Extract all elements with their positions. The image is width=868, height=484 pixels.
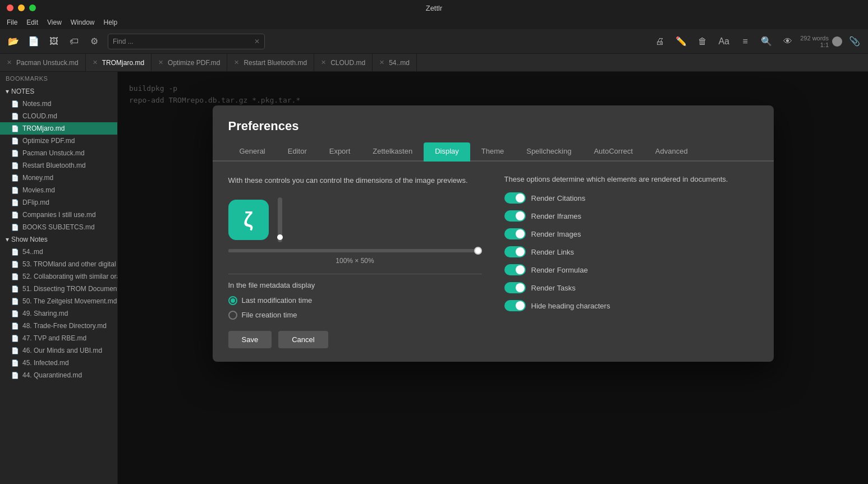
tab-close-pacman[interactable]: ✕ [7,59,12,66]
left-description: With these controls you can control the … [228,175,482,186]
search-doc-icon[interactable]: 🔍 [757,33,775,50]
notes-section-header[interactable]: ▾ NOTES [0,85,117,98]
save-button[interactable]: Save [228,331,272,348]
edit-icon[interactable]: ✏️ [672,33,690,50]
attach-icon[interactable]: 📎 [846,33,864,50]
tab-advanced[interactable]: Advanced [644,142,699,162]
tab-close-54[interactable]: ✕ [379,59,384,66]
file-icon: 📄 [11,372,19,379]
toggle-citations-switch[interactable] [504,192,526,204]
tab-close-cloud[interactable]: ✕ [321,59,326,66]
tab-close-restart[interactable]: ✕ [234,59,239,66]
sidebar-item-companies[interactable]: 📄 Companies I still use.md [0,209,117,221]
readmode-icon[interactable]: 👁 [779,33,797,50]
vertical-slider[interactable] [278,197,282,242]
close-button[interactable] [7,4,13,11]
tab-zettelkasten[interactable]: Zettelkasten [361,142,424,162]
cancel-button[interactable]: Cancel [278,331,328,348]
sidebar-item-45[interactable]: 📄 45. Infected.md [0,357,117,369]
file-icon: 📄 [11,150,19,157]
sidebar-item-44[interactable]: 📄 44. Quarantined.md [0,369,117,381]
sidebar-item-49[interactable]: 📄 49. Sharing.md [0,307,117,320]
modal-overlay: Preferences General Editor Export Zettel… [118,72,868,484]
menu-edit[interactable]: Edit [26,19,38,26]
new-file-icon[interactable]: 📄 [25,33,43,50]
file-icon: 📄 [11,100,19,108]
vertical-slider-thumb [277,234,283,240]
tab-restart[interactable]: ✕ Restart Bluetooth.md [227,54,314,72]
sidebar-item-books[interactable]: 📄 BOOKS SUBJETCS.md [0,221,117,233]
radio-file-creation[interactable]: File creation time [228,311,482,320]
sidebar-item-optimize[interactable]: 📄 Optimize PDF.md [0,135,117,147]
toggle-render-tasks: Render Tasks [504,282,758,293]
menu-file[interactable]: File [7,19,17,26]
tab-editor[interactable]: Editor [277,142,318,162]
sidebar-item-cloud[interactable]: 📄 CLOUD.md [0,110,117,122]
toggle-tasks-switch[interactable] [504,282,526,293]
sidebar-item-52[interactable]: 📄 52. Collaborating with similar ora... [0,270,117,283]
show-notes-section-header[interactable]: ▾ Show Notes [0,233,117,246]
sidebar-item-tromjaro[interactable]: 📄 TROMjaro.md [0,122,117,135]
sidebar-item-53[interactable]: 📄 53. TROMland and other digital l... [0,258,117,270]
menu-window[interactable]: Window [71,19,95,26]
tab-close-optimize[interactable]: ✕ [158,59,163,66]
open-folder-icon[interactable]: 📂 [4,33,22,50]
sidebar-item-movies[interactable]: 📄 Movies.md [0,184,117,196]
sidebar-item-46[interactable]: 📄 46. Our Minds and UBI.md [0,344,117,357]
sidebar-item-money[interactable]: 📄 Money.md [0,172,117,184]
search-bar[interactable]: Find ... ✕ [108,34,265,49]
sidebar-item-51[interactable]: 📄 51. Dissecting TROM Document... [0,283,117,295]
tab-optimize[interactable]: ✕ Optimize PDF.md [151,54,227,72]
tab-spellchecking[interactable]: Spellchecking [515,142,582,162]
slider-fill [228,249,482,252]
tab-display[interactable]: Display [424,142,470,162]
search-clear-icon[interactable]: ✕ [254,38,260,45]
settings-icon[interactable]: ⚙ [85,33,103,50]
file-icon: 📄 [11,335,19,342]
tab-cloud[interactable]: ✕ CLOUD.md [314,54,373,72]
metadata-section-title: In the file metadata display [228,281,482,289]
toggle-render-formulae: Render Formulae [504,264,758,275]
toggle-formulae-switch[interactable] [504,264,526,275]
sidebar-item-47[interactable]: 📄 47. TVP and RBE.md [0,332,117,344]
preferences-modal: Preferences General Editor Export Zettel… [213,105,774,362]
horizontal-slider[interactable] [228,249,482,252]
sidebar-item-dflip[interactable]: 📄 DFlip.md [0,196,117,209]
sidebar-item-restart[interactable]: 📄 Restart Bluetooth.md [0,159,117,172]
tab-export[interactable]: Export [318,142,362,162]
tab-54[interactable]: ✕ 54..md [373,54,417,72]
toggle-images-switch[interactable] [504,228,526,239]
toggle-links-switch[interactable] [504,246,526,257]
align-icon[interactable]: ≡ [736,33,754,50]
radio-last-modification[interactable]: Last modification time [228,296,482,305]
menu-view[interactable]: View [47,19,62,26]
print-icon[interactable]: 🖨 [651,33,669,50]
image-icon[interactable]: 🖼 [45,33,63,50]
toolbar: 📂 📄 🖼 🏷 ⚙ Find ... ✕ 🖨 ✏️ 🗑 Aa ≡ 🔍 👁 292… [0,29,868,54]
file-icon: 📄 [11,125,19,132]
tab-pacman[interactable]: ✕ Pacman Unstuck.md [0,54,86,72]
tab-autocorrect[interactable]: AutoCorrect [582,142,644,162]
sidebar-item-50[interactable]: 📄 50. The Zeitgeist Movement.md [0,295,117,307]
sidebar: Bookmarks ▾ NOTES 📄 Notes.md 📄 CLOUD.md … [0,72,118,484]
file-icon: 📄 [11,248,19,256]
sidebar-item-48[interactable]: 📄 48. Trade-Free Directory.md [0,320,117,332]
sidebar-item-pacman[interactable]: 📄 Pacman Unstuck.md [0,147,117,159]
font-icon[interactable]: Aa [715,33,733,50]
tab-theme[interactable]: Theme [470,142,515,162]
tab-tromjaro[interactable]: ✕ TROMjaro.md [86,54,151,72]
file-icon: 📄 [11,199,19,206]
tab-close-tromjaro[interactable]: ✕ [93,59,98,66]
toggle-heading-switch[interactable] [504,300,526,311]
minimize-button[interactable] [18,4,25,11]
sidebar-item-54[interactable]: 📄 54..md [0,246,117,258]
maximize-button[interactable] [29,4,36,11]
toggle-hide-heading: Hide heading characters [504,300,758,311]
file-icon: 📄 [11,211,19,219]
tab-general[interactable]: General [228,142,277,162]
delete-icon[interactable]: 🗑 [694,33,711,50]
toggle-iframes-switch[interactable] [504,210,526,222]
tag-icon[interactable]: 🏷 [65,33,83,50]
sidebar-item-notes[interactable]: 📄 Notes.md [0,98,117,110]
menu-help[interactable]: Help [104,19,118,26]
